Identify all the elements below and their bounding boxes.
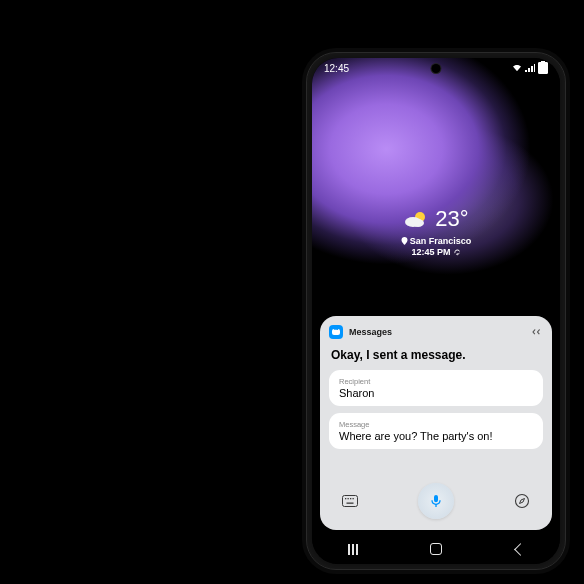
temperature: 23° — [435, 206, 468, 232]
home-button[interactable] — [416, 542, 456, 556]
message-value: Where are you? The party's on! — [339, 430, 533, 442]
svg-rect-6 — [350, 498, 351, 499]
message-card[interactable]: Message Where are you? The party's on! — [329, 413, 543, 449]
svg-rect-4 — [345, 498, 346, 499]
punch-hole-camera — [432, 64, 441, 73]
keyboard-button[interactable] — [337, 488, 363, 514]
mic-button[interactable] — [418, 483, 454, 519]
phone-frame: 12:45 — [306, 52, 566, 570]
svg-rect-5 — [348, 498, 349, 499]
discover-button[interactable] — [509, 488, 535, 514]
clock-time: 12:45 PM — [411, 247, 450, 257]
svg-point-2 — [412, 219, 424, 227]
signal-icon — [525, 64, 535, 72]
bixby-response-text: Okay, I sent a message. — [331, 348, 541, 362]
messages-app-icon — [329, 325, 343, 339]
weather-icon — [403, 209, 429, 229]
weather-widget[interactable]: 23° San Francisco 12:45 PM — [312, 206, 560, 257]
recents-button[interactable] — [333, 542, 373, 556]
bixby-app-name: Messages — [349, 327, 392, 337]
back-button[interactable] — [499, 542, 539, 556]
recipient-card[interactable]: Recipient Sharon — [329, 370, 543, 406]
status-right — [512, 62, 548, 74]
svg-rect-8 — [347, 503, 354, 504]
svg-rect-3 — [343, 496, 358, 507]
nav-bar — [312, 534, 560, 564]
bixby-app-ref[interactable]: Messages — [329, 325, 392, 339]
recipient-label: Recipient — [339, 377, 533, 386]
battery-icon — [538, 62, 548, 74]
recipient-value: Sharon — [339, 387, 533, 399]
message-label: Message — [339, 420, 533, 429]
status-time: 12:45 — [324, 63, 349, 74]
wifi-icon — [512, 64, 522, 72]
refresh-icon — [454, 249, 461, 256]
phone-screen: 12:45 — [312, 58, 560, 564]
svg-point-9 — [516, 495, 529, 508]
svg-rect-7 — [353, 498, 354, 499]
collapse-icon[interactable] — [529, 325, 543, 339]
location-text: San Francisco — [410, 236, 472, 246]
location-pin-icon — [401, 237, 408, 245]
bixby-panel: Messages Okay, I sent a message. Recipie… — [320, 316, 552, 530]
